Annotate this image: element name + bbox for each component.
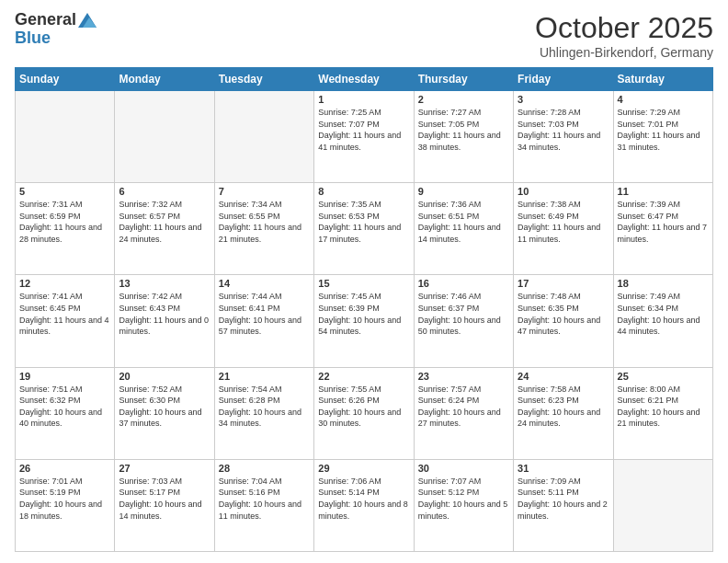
day-info: Sunrise: 7:32 AM Sunset: 6:57 PM Dayligh… (119, 199, 210, 245)
calendar-cell: 7Sunrise: 7:34 AM Sunset: 6:55 PM Daylig… (214, 183, 313, 275)
calendar-cell: 19Sunrise: 7:51 AM Sunset: 6:32 PM Dayli… (16, 367, 115, 459)
week-row-2: 5Sunrise: 7:31 AM Sunset: 6:59 PM Daylig… (16, 183, 713, 275)
day-number: 7 (219, 186, 310, 197)
calendar-cell: 21Sunrise: 7:54 AM Sunset: 6:28 PM Dayli… (214, 367, 313, 459)
calendar-cell: 29Sunrise: 7:06 AM Sunset: 5:14 PM Dayli… (314, 459, 414, 551)
calendar-cell: 15Sunrise: 7:45 AM Sunset: 6:39 PM Dayli… (314, 275, 414, 367)
calendar-cell: 27Sunrise: 7:03 AM Sunset: 5:17 PM Dayli… (115, 459, 214, 551)
week-row-5: 26Sunrise: 7:01 AM Sunset: 5:19 PM Dayli… (16, 459, 713, 551)
day-number: 5 (19, 186, 110, 197)
calendar-cell: 1Sunrise: 7:25 AM Sunset: 7:07 PM Daylig… (314, 91, 414, 183)
header: General Blue October 2025 Uhlingen-Birke… (15, 11, 713, 60)
day-number: 21 (219, 371, 310, 382)
day-number: 23 (418, 371, 509, 382)
calendar-cell: 24Sunrise: 7:58 AM Sunset: 6:23 PM Dayli… (514, 367, 613, 459)
day-number: 3 (518, 94, 609, 105)
calendar-cell: 31Sunrise: 7:09 AM Sunset: 5:11 PM Dayli… (514, 459, 613, 551)
calendar-cell: 4Sunrise: 7:29 AM Sunset: 7:01 PM Daylig… (613, 91, 712, 183)
day-info: Sunrise: 7:36 AM Sunset: 6:51 PM Dayligh… (418, 199, 509, 245)
day-number: 8 (318, 186, 409, 197)
day-info: Sunrise: 7:03 AM Sunset: 5:17 PM Dayligh… (119, 476, 210, 522)
day-info: Sunrise: 7:25 AM Sunset: 7:07 PM Dayligh… (318, 107, 409, 153)
day-header-saturday: Saturday (613, 68, 712, 91)
calendar-cell: 22Sunrise: 7:55 AM Sunset: 6:26 PM Dayli… (314, 367, 414, 459)
day-info: Sunrise: 7:31 AM Sunset: 6:59 PM Dayligh… (19, 199, 110, 245)
day-number: 25 (618, 371, 709, 382)
day-number: 9 (418, 186, 509, 197)
calendar-cell: 26Sunrise: 7:01 AM Sunset: 5:19 PM Dayli… (16, 459, 115, 551)
day-info: Sunrise: 7:57 AM Sunset: 6:24 PM Dayligh… (418, 384, 509, 430)
day-info: Sunrise: 7:27 AM Sunset: 7:05 PM Dayligh… (418, 107, 509, 153)
week-row-1: 1Sunrise: 7:25 AM Sunset: 7:07 PM Daylig… (16, 91, 713, 183)
day-number: 1 (318, 94, 409, 105)
calendar-cell: 2Sunrise: 7:27 AM Sunset: 7:05 PM Daylig… (414, 91, 513, 183)
calendar-cell: 11Sunrise: 7:39 AM Sunset: 6:47 PM Dayli… (613, 183, 712, 275)
day-number: 10 (518, 186, 609, 197)
day-number: 22 (318, 371, 409, 382)
day-number: 20 (119, 371, 210, 382)
day-number: 12 (19, 278, 110, 289)
calendar-cell: 8Sunrise: 7:35 AM Sunset: 6:53 PM Daylig… (314, 183, 414, 275)
subtitle: Uhlingen-Birkendorf, Germany (535, 45, 713, 60)
calendar-cell (16, 91, 115, 183)
day-number: 17 (518, 278, 609, 289)
day-info: Sunrise: 7:09 AM Sunset: 5:11 PM Dayligh… (518, 476, 609, 522)
day-info: Sunrise: 7:01 AM Sunset: 5:19 PM Dayligh… (19, 476, 110, 522)
day-info: Sunrise: 7:46 AM Sunset: 6:37 PM Dayligh… (418, 291, 509, 337)
day-number: 16 (418, 278, 509, 289)
calendar-cell: 3Sunrise: 7:28 AM Sunset: 7:03 PM Daylig… (514, 91, 613, 183)
calendar-cell: 23Sunrise: 7:57 AM Sunset: 6:24 PM Dayli… (414, 367, 513, 459)
calendar-cell: 5Sunrise: 7:31 AM Sunset: 6:59 PM Daylig… (16, 183, 115, 275)
day-number: 11 (618, 186, 709, 197)
day-info: Sunrise: 7:52 AM Sunset: 6:30 PM Dayligh… (119, 384, 210, 430)
calendar-cell: 20Sunrise: 7:52 AM Sunset: 6:30 PM Dayli… (115, 367, 214, 459)
logo-blue-text: Blue (15, 29, 51, 48)
day-info: Sunrise: 7:04 AM Sunset: 5:16 PM Dayligh… (219, 476, 310, 522)
calendar: SundayMondayTuesdayWednesdayThursdayFrid… (15, 67, 713, 552)
day-number: 14 (219, 278, 310, 289)
day-number: 24 (518, 371, 609, 382)
day-header-thursday: Thursday (414, 68, 513, 91)
day-info: Sunrise: 7:39 AM Sunset: 6:47 PM Dayligh… (618, 199, 709, 245)
day-number: 19 (19, 371, 110, 382)
calendar-cell: 6Sunrise: 7:32 AM Sunset: 6:57 PM Daylig… (115, 183, 214, 275)
header-row: SundayMondayTuesdayWednesdayThursdayFrid… (16, 68, 713, 91)
day-info: Sunrise: 7:28 AM Sunset: 7:03 PM Dayligh… (518, 107, 609, 153)
day-info: Sunrise: 7:34 AM Sunset: 6:55 PM Dayligh… (219, 199, 310, 245)
month-title: October 2025 (535, 11, 713, 45)
day-number: 13 (119, 278, 210, 289)
day-number: 26 (19, 463, 110, 474)
page: General Blue October 2025 Uhlingen-Birke… (0, 0, 728, 563)
day-info: Sunrise: 7:49 AM Sunset: 6:34 PM Dayligh… (618, 291, 709, 337)
day-info: Sunrise: 7:38 AM Sunset: 6:49 PM Dayligh… (518, 199, 609, 245)
calendar-cell: 28Sunrise: 7:04 AM Sunset: 5:16 PM Dayli… (214, 459, 313, 551)
week-row-4: 19Sunrise: 7:51 AM Sunset: 6:32 PM Dayli… (16, 367, 713, 459)
day-number: 18 (618, 278, 709, 289)
day-info: Sunrise: 7:54 AM Sunset: 6:28 PM Dayligh… (219, 384, 310, 430)
day-info: Sunrise: 7:29 AM Sunset: 7:01 PM Dayligh… (618, 107, 709, 153)
day-number: 27 (119, 463, 210, 474)
day-info: Sunrise: 7:44 AM Sunset: 6:41 PM Dayligh… (219, 291, 310, 337)
day-info: Sunrise: 7:48 AM Sunset: 6:35 PM Dayligh… (518, 291, 609, 337)
calendar-cell (214, 91, 313, 183)
day-info: Sunrise: 7:06 AM Sunset: 5:14 PM Dayligh… (318, 476, 409, 522)
calendar-cell: 25Sunrise: 8:00 AM Sunset: 6:21 PM Dayli… (613, 367, 712, 459)
day-number: 15 (318, 278, 409, 289)
calendar-cell: 30Sunrise: 7:07 AM Sunset: 5:12 PM Dayli… (414, 459, 513, 551)
day-number: 28 (219, 463, 310, 474)
day-header-wednesday: Wednesday (314, 68, 414, 91)
logo-icon (78, 13, 97, 28)
day-header-monday: Monday (115, 68, 214, 91)
calendar-cell (115, 91, 214, 183)
day-number: 6 (119, 186, 210, 197)
day-info: Sunrise: 7:41 AM Sunset: 6:45 PM Dayligh… (19, 291, 110, 337)
day-info: Sunrise: 7:07 AM Sunset: 5:12 PM Dayligh… (418, 476, 509, 522)
day-header-friday: Friday (514, 68, 613, 91)
day-number: 2 (418, 94, 509, 105)
calendar-cell: 10Sunrise: 7:38 AM Sunset: 6:49 PM Dayli… (514, 183, 613, 275)
title-section: October 2025 Uhlingen-Birkendorf, German… (535, 11, 713, 60)
calendar-cell: 17Sunrise: 7:48 AM Sunset: 6:35 PM Dayli… (514, 275, 613, 367)
logo-general-text: General (15, 11, 76, 29)
calendar-cell: 12Sunrise: 7:41 AM Sunset: 6:45 PM Dayli… (16, 275, 115, 367)
day-number: 30 (418, 463, 509, 474)
